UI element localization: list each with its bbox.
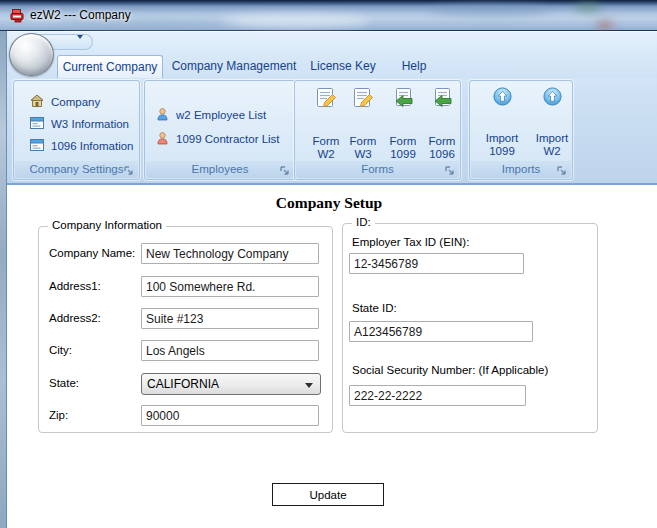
address1-label: Address1: [49, 280, 101, 292]
state-id-label: State ID: [352, 302, 397, 314]
dialog-launcher-icon[interactable] [123, 164, 134, 175]
ribbon-group-forms: Form W2 Form W3 [294, 80, 461, 180]
person-red-icon [155, 131, 170, 148]
tab-label: License Key [310, 59, 375, 73]
ribbon-button-label: Import [532, 132, 572, 145]
company-setup-panel: Company Setup Company Information Compan… [7, 187, 657, 528]
dialog-launcher-icon[interactable] [556, 164, 567, 175]
house-icon [29, 93, 45, 111]
ribbon-button-form-1099[interactable]: Form 1099 [383, 86, 423, 161]
tab-license-key[interactable]: License Key [303, 55, 383, 78]
city-label: City: [49, 344, 72, 356]
company-name-label: Company Name: [49, 247, 135, 259]
ribbon-group-title: Employees [192, 163, 249, 175]
form-edit-icon [343, 86, 383, 113]
id-groupbox: ID: Employer Tax ID (EIN): State ID: Soc… [342, 223, 598, 433]
update-button[interactable]: Update [272, 483, 384, 506]
chevron-down-icon [305, 383, 313, 388]
ribbon-button-form-w2[interactable]: Form W2 [306, 86, 346, 161]
state-id-input[interactable] [349, 321, 533, 342]
ribbon-group-title: Company Settings [30, 163, 124, 175]
zip-input[interactable] [141, 405, 319, 426]
person-blue-icon [155, 107, 170, 124]
ribbon-button-import-1099[interactable]: Import 1099 [480, 86, 524, 158]
dialog-launcher-icon[interactable] [279, 164, 290, 175]
ribbon-button-form-w3[interactable]: Form W3 [343, 86, 383, 161]
import-up-icon [480, 86, 524, 110]
ein-input[interactable] [349, 253, 524, 274]
address2-label: Address2: [49, 312, 101, 324]
ribbon-button-label: Form [343, 135, 383, 148]
form-arrow-icon [422, 86, 462, 113]
ribbon-button-form-1096[interactable]: Form 1096 [422, 86, 462, 161]
state-select[interactable]: CALIFORNIA [141, 373, 321, 395]
city-input[interactable] [141, 340, 319, 361]
tab-label: Company Management [172, 59, 297, 73]
application-orb-button[interactable] [9, 33, 54, 76]
glass-reflection [430, 4, 550, 16]
state-label: State: [49, 377, 79, 389]
ribbon-group-caption: Company Settings [15, 161, 138, 178]
glass-reflection [596, 20, 614, 30]
ribbon-group-title: Forms [361, 163, 394, 175]
ribbon-item-label: W3 Information [51, 118, 129, 130]
ribbon-button-label: 1096 [422, 148, 462, 161]
tab-current-company[interactable]: Current Company [57, 55, 163, 78]
ribbon-group-employees: w2 Employee List 1099 Contractor List Em… [144, 80, 296, 180]
ribbon-button-label: Import [480, 132, 524, 145]
ribbon-group-caption: Forms [296, 161, 459, 178]
groupbox-legend: Company Information [48, 219, 166, 231]
form-edit-icon [306, 86, 346, 113]
form-grid-icon [29, 115, 45, 133]
ribbon-group-imports: Import 1099 Import W2 [469, 80, 573, 180]
form-arrow-icon [383, 86, 423, 113]
app-icon [10, 8, 25, 23]
window-title: ezW2 --- Company [30, 8, 131, 22]
import-up-icon [532, 86, 572, 110]
ribbon-button-label: W2 [532, 145, 572, 158]
ssn-label: Social Security Number: (If Applicable) [352, 364, 548, 376]
company-information-groupbox: Company Information Company Name: Addres… [38, 226, 333, 433]
ribbon-button-import-w2[interactable]: Import W2 [532, 86, 572, 158]
qat-customize-arrow-icon[interactable] [77, 39, 84, 57]
ribbon-item-w3-information[interactable]: W3 Information [29, 115, 129, 133]
tab-label: Current Company [63, 60, 158, 74]
ribbon-button-label: W3 [343, 148, 383, 161]
window-left-border [0, 31, 7, 528]
tab-help[interactable]: Help [390, 55, 438, 78]
zip-label: Zip: [49, 409, 68, 421]
tab-label: Help [402, 59, 427, 73]
ribbon-strip: Company W3 Information [7, 78, 657, 185]
ribbon-button-label: 1099 [383, 148, 423, 161]
ribbon-item-label: Company [51, 96, 100, 108]
ribbon-item-label: w2 Employee List [176, 109, 266, 121]
address1-input[interactable] [141, 276, 319, 297]
ribbon-item-label: 1099 Contractor List [176, 133, 280, 145]
company-name-input[interactable] [141, 243, 319, 264]
glass-reflection [575, 2, 601, 12]
ribbon-group-caption: Employees [146, 161, 294, 178]
page-title: Company Setup [7, 194, 651, 212]
address2-input[interactable] [141, 308, 319, 329]
state-select-value: CALIFORNIA [147, 377, 219, 391]
window-titlebar: ezW2 --- Company [0, 0, 657, 31]
glass-reflection [220, 14, 370, 28]
form-grid-icon [29, 137, 45, 155]
ribbon-header: Current Company Company Management Licen… [7, 31, 657, 78]
ribbon-item-1099-contractor-list[interactable]: 1099 Contractor List [155, 130, 280, 148]
tab-company-management[interactable]: Company Management [170, 55, 298, 78]
ribbon-item-1096-infomation[interactable]: 1096 Infomation [29, 137, 133, 155]
ribbon-group-company-settings: Company W3 Information [13, 80, 140, 180]
ribbon-item-label: 1096 Infomation [51, 140, 133, 152]
ribbon-button-label: Form [306, 135, 346, 148]
app-window: ezW2 --- Company Current Company Company… [0, 0, 657, 528]
ribbon-group-caption: Imports [471, 161, 571, 178]
ribbon-item-w2-employee-list[interactable]: w2 Employee List [155, 106, 266, 124]
ribbon-button-label: Form [383, 135, 423, 148]
ribbon-button-label: W2 [306, 148, 346, 161]
ssn-input[interactable] [349, 385, 526, 406]
ribbon-group-title: Imports [502, 163, 540, 175]
ribbon-item-company[interactable]: Company [29, 93, 100, 111]
dialog-launcher-icon[interactable] [444, 164, 455, 175]
ribbon-button-label: 1099 [480, 145, 524, 158]
